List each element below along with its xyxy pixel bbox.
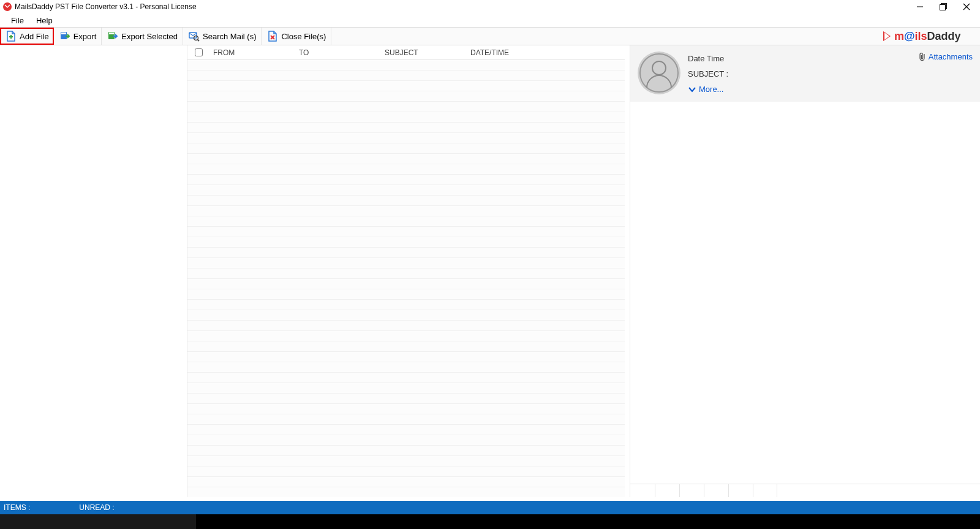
table-row[interactable] xyxy=(187,268,625,279)
menu-file[interactable]: File xyxy=(5,15,30,26)
table-row[interactable] xyxy=(187,279,625,289)
table-row[interactable] xyxy=(187,175,625,185)
table-row[interactable] xyxy=(187,227,625,237)
table-row[interactable] xyxy=(187,300,625,310)
search-mail-button[interactable]: Search Mail (s) xyxy=(183,28,262,45)
table-row[interactable] xyxy=(187,102,625,112)
preview-header: Date Time SUBJECT : More... Attachments xyxy=(630,45,980,102)
table-row[interactable] xyxy=(187,352,625,362)
table-row[interactable] xyxy=(187,321,625,331)
minimize-button[interactable] xyxy=(914,1,926,13)
grid-header-subject[interactable]: SUBJECT xyxy=(381,48,467,57)
table-row[interactable] xyxy=(187,258,625,268)
table-row[interactable] xyxy=(187,237,625,248)
table-row[interactable] xyxy=(187,91,625,102)
close-files-label: Close File(s) xyxy=(281,32,326,41)
statusbar: ITEMS : UNREAD : xyxy=(0,501,980,514)
grid-rows[interactable] xyxy=(187,60,625,497)
preview-tab-1[interactable] xyxy=(655,484,679,497)
folder-tree-pane[interactable] xyxy=(0,45,187,497)
table-row[interactable] xyxy=(187,112,625,123)
svg-text:m@ilsDaddy: m@ilsDaddy xyxy=(894,30,961,42)
table-row[interactable] xyxy=(187,248,625,258)
table-row[interactable] xyxy=(187,383,625,394)
preview-more-button[interactable]: More... xyxy=(688,85,911,94)
svg-rect-3 xyxy=(940,5,946,10)
attachments-button[interactable]: Attachments xyxy=(918,51,973,61)
main-area: FROM TO SUBJECT DATE/TIME Date Time SUBJ… xyxy=(0,45,980,497)
svg-rect-11 xyxy=(109,32,114,34)
table-row[interactable] xyxy=(187,487,625,497)
preview-datetime: Date Time xyxy=(688,54,911,63)
paperclip-icon xyxy=(918,51,926,61)
table-row[interactable] xyxy=(187,216,625,227)
select-all-checkbox[interactable] xyxy=(195,48,203,56)
table-row[interactable] xyxy=(187,394,625,404)
window-title: MailsDaddy PST File Converter v3.1 - Per… xyxy=(15,2,914,11)
table-row[interactable] xyxy=(187,123,625,133)
menu-help[interactable]: Help xyxy=(30,15,59,26)
table-row[interactable] xyxy=(187,310,625,321)
preview-tabs xyxy=(630,484,980,497)
preview-tab-5[interactable] xyxy=(753,484,777,497)
svg-rect-9 xyxy=(61,32,66,34)
avatar-icon xyxy=(638,51,680,94)
svg-point-0 xyxy=(3,2,12,11)
table-row[interactable] xyxy=(187,70,625,81)
window-controls xyxy=(914,1,978,13)
table-row[interactable] xyxy=(187,446,625,456)
table-row[interactable] xyxy=(187,362,625,373)
close-button[interactable] xyxy=(960,1,973,13)
table-row[interactable] xyxy=(187,341,625,352)
table-row[interactable] xyxy=(187,143,625,154)
export-label: Export xyxy=(74,32,97,41)
grid-header-datetime[interactable]: DATE/TIME xyxy=(467,48,625,57)
table-row[interactable] xyxy=(187,154,625,164)
close-files-button[interactable]: Close File(s) xyxy=(262,28,331,45)
preview-subject: SUBJECT : xyxy=(688,69,911,78)
toolbar: Add File Export Export Selected Search M… xyxy=(0,27,980,45)
grid-header-checkbox[interactable] xyxy=(187,48,209,56)
add-file-label: Add File xyxy=(20,32,49,41)
taskbar-strip xyxy=(0,514,980,529)
app-icon xyxy=(2,2,12,12)
preview-more-label: More... xyxy=(699,85,723,94)
preview-body[interactable] xyxy=(630,102,980,484)
table-row[interactable] xyxy=(187,466,625,477)
grid-header-from[interactable]: FROM xyxy=(209,48,295,57)
svg-point-18 xyxy=(640,54,678,92)
table-row[interactable] xyxy=(187,414,625,425)
table-row[interactable] xyxy=(187,373,625,383)
export-selected-button[interactable]: Export Selected xyxy=(102,28,183,45)
table-row[interactable] xyxy=(187,164,625,175)
preview-tab-3[interactable] xyxy=(704,484,728,497)
table-row[interactable] xyxy=(187,133,625,143)
preview-tab-4[interactable] xyxy=(728,484,753,497)
table-row[interactable] xyxy=(187,456,625,466)
search-mail-label: Search Mail (s) xyxy=(203,32,256,41)
table-row[interactable] xyxy=(187,289,625,300)
attachments-label: Attachments xyxy=(929,52,973,61)
preview-pane: Date Time SUBJECT : More... Attachments xyxy=(630,45,980,497)
table-row[interactable] xyxy=(187,404,625,414)
status-unread: UNREAD : xyxy=(79,503,114,512)
table-row[interactable] xyxy=(187,425,625,435)
table-row[interactable] xyxy=(187,477,625,487)
grid-header: FROM TO SUBJECT DATE/TIME xyxy=(187,45,625,60)
titlebar: MailsDaddy PST File Converter v3.1 - Per… xyxy=(0,0,980,13)
table-row[interactable] xyxy=(187,435,625,446)
table-row[interactable] xyxy=(187,196,625,206)
grid-header-to[interactable]: TO xyxy=(295,48,381,57)
export-button[interactable]: Export xyxy=(54,28,102,45)
maximize-button[interactable] xyxy=(937,1,949,13)
add-file-button[interactable]: Add File xyxy=(0,28,54,45)
preview-meta: Date Time SUBJECT : More... xyxy=(688,51,911,94)
table-row[interactable] xyxy=(187,206,625,216)
table-row[interactable] xyxy=(187,60,625,70)
preview-tab-2[interactable] xyxy=(679,484,704,497)
svg-line-14 xyxy=(198,40,200,42)
status-items: ITEMS : xyxy=(4,503,30,512)
table-row[interactable] xyxy=(187,331,625,341)
table-row[interactable] xyxy=(187,81,625,91)
table-row[interactable] xyxy=(187,185,625,196)
